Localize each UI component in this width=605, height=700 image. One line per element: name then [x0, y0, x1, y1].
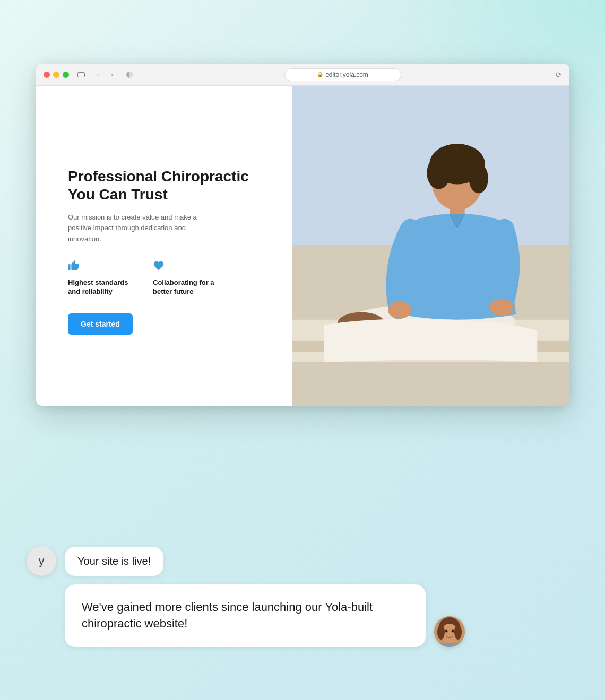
heart-icon: [153, 260, 222, 274]
forward-button[interactable]: ›: [107, 70, 117, 80]
user-avatar: [434, 616, 465, 647]
half-moon-icon: [124, 69, 135, 80]
address-bar-wrap: 🔒 editor.yola.com: [140, 68, 545, 81]
svg-point-12: [388, 302, 411, 319]
svg-rect-21: [439, 643, 460, 647]
lock-icon: 🔒: [317, 72, 323, 77]
browser-window: ‹ › 🔒 editor.yola.com ⟳ Professional Chi…: [36, 64, 569, 406]
site-hero-left: Professional Chiropractic You Can Trust …: [36, 86, 292, 406]
address-bar[interactable]: 🔒 editor.yola.com: [284, 68, 401, 81]
bubble-2-text: We've gained more clients since launchin…: [82, 600, 373, 630]
browser-nav: ‹ ›: [93, 70, 117, 80]
chat-bubble-1: Your site is live!: [65, 547, 163, 576]
svg-point-17: [437, 625, 445, 640]
feature-item-2: Collaborating for a better future: [153, 260, 222, 296]
hero-image: [292, 86, 569, 406]
traffic-lights: [44, 72, 69, 78]
chat-row-1: y Your site is live!: [27, 546, 504, 576]
svg-point-13: [490, 299, 513, 316]
hero-title: Professional Chiropractic You Can Trust: [68, 168, 265, 203]
svg-point-10: [432, 153, 483, 179]
chat-bubble-2: We've gained more clients since launchin…: [65, 584, 426, 647]
svg-point-19: [445, 630, 448, 633]
maximize-button[interactable]: [63, 72, 69, 78]
sidebar-toggle-icon[interactable]: [77, 72, 85, 77]
chat-row-2: We've gained more clients since launchin…: [27, 584, 504, 647]
url-text: editor.yola.com: [325, 71, 368, 78]
yola-avatar: y: [27, 546, 56, 576]
reload-icon[interactable]: ⟳: [556, 71, 562, 79]
minimize-button[interactable]: [53, 72, 59, 78]
hero-subtitle: Our mission is to create value and make …: [68, 212, 206, 245]
back-button[interactable]: ‹: [93, 70, 103, 80]
feature-1-label: Highest standards and reliability: [68, 278, 137, 296]
features-row: Highest standards and reliability Collab…: [68, 260, 265, 296]
yola-letter: y: [39, 554, 45, 568]
thumbs-up-icon: [68, 260, 137, 274]
feature-2-label: Collaborating for a better future: [153, 278, 222, 296]
site-content: Professional Chiropractic You Can Trust …: [36, 86, 569, 406]
svg-point-20: [452, 630, 454, 633]
close-button[interactable]: [44, 72, 50, 78]
browser-chrome: ‹ › 🔒 editor.yola.com ⟳: [36, 64, 569, 86]
chat-section: y Your site is live! We've gained more c…: [27, 546, 504, 647]
svg-point-18: [454, 625, 462, 640]
get-started-button[interactable]: Get started: [68, 313, 133, 335]
site-hero-right: Unsplash+ Unsplash+ Unsplash+ Unsplash+ …: [292, 86, 569, 406]
bubble-1-text: Your site is live!: [77, 555, 151, 567]
feature-item-1: Highest standards and reliability: [68, 260, 137, 296]
